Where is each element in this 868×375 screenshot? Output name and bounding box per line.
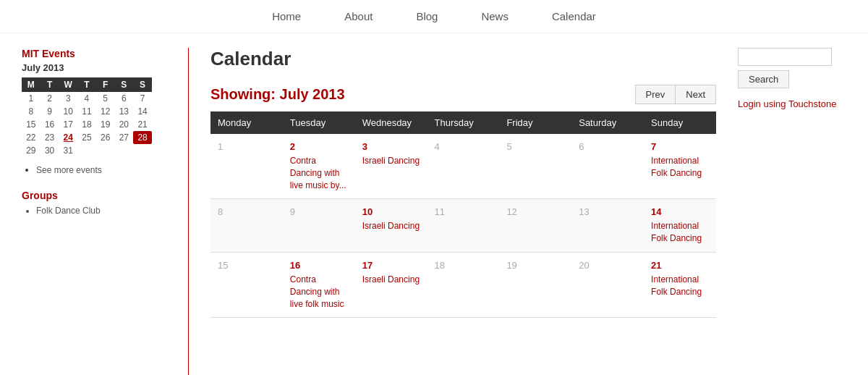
calendar-day: 4 xyxy=(427,134,500,199)
event-link[interactable]: Israeli Dancing xyxy=(362,220,420,232)
mini-cal-day xyxy=(77,144,96,157)
calendar-day: 15 xyxy=(210,252,283,317)
day-number: 13 xyxy=(579,206,637,217)
mini-cal-header: F xyxy=(96,77,115,92)
mini-cal-day[interactable]: 20 xyxy=(115,118,134,131)
see-more-link[interactable]: See more events xyxy=(36,165,102,175)
mini-cal-day[interactable]: 18 xyxy=(77,118,96,131)
see-more-list: See more events xyxy=(22,164,166,175)
nav-link-home[interactable]: Home xyxy=(272,10,301,22)
mini-cal-day[interactable]: 2 xyxy=(41,92,59,105)
calendar-day: 16Contra Dancing with live folk music xyxy=(283,252,355,317)
mini-cal-day[interactable]: 8 xyxy=(22,105,41,118)
mini-cal-day[interactable]: 7 xyxy=(133,92,152,105)
day-number: 7 xyxy=(651,141,709,152)
search-button[interactable]: Search xyxy=(738,70,789,88)
mini-cal-day[interactable]: 22 xyxy=(22,131,41,144)
mini-cal-day[interactable]: 23 xyxy=(41,131,59,144)
calendar-day: 18 xyxy=(427,252,500,317)
mini-cal-day[interactable]: 9 xyxy=(41,105,59,118)
cal-col-header: Monday xyxy=(210,111,283,134)
mini-cal-day[interactable]: 26 xyxy=(96,131,115,144)
day-number: 18 xyxy=(435,260,493,271)
day-number: 14 xyxy=(651,206,709,217)
mini-cal-day[interactable]: 15 xyxy=(22,118,41,131)
mini-cal-day[interactable]: 1 xyxy=(22,92,41,105)
nav-buttons: Prev Next xyxy=(635,85,716,104)
nav-link-news[interactable]: News xyxy=(481,10,509,22)
calendar-day: 3Israeli Dancing xyxy=(355,134,427,199)
mini-cal-day[interactable]: 6 xyxy=(115,92,134,105)
mini-cal-header: S xyxy=(133,77,152,92)
day-number: 17 xyxy=(362,260,420,271)
mini-cal-day[interactable]: 31 xyxy=(59,144,77,157)
calendar-day: 1 xyxy=(210,134,283,199)
mini-cal-header: W xyxy=(59,77,77,92)
event-link[interactable]: Israeli Dancing xyxy=(362,274,420,286)
groups-list: Folk Dance Club xyxy=(22,206,166,216)
mini-cal-day[interactable]: 16 xyxy=(41,118,59,131)
calendar-day: 9 xyxy=(283,199,355,253)
day-number: 5 xyxy=(506,141,564,152)
day-number: 1 xyxy=(218,141,276,152)
calendar-day: 7International Folk Dancing xyxy=(644,134,716,199)
day-number: 4 xyxy=(435,141,493,152)
mini-cal-day[interactable]: 21 xyxy=(133,118,152,131)
day-number: 3 xyxy=(362,141,420,152)
mini-cal-day[interactable]: 11 xyxy=(77,105,96,118)
calendar-day: 6 xyxy=(571,134,644,199)
calendar-day: 14International Folk Dancing xyxy=(644,199,716,253)
mini-cal-day[interactable]: 25 xyxy=(77,131,96,144)
table-row: 12Contra Dancing with live music by...3I… xyxy=(210,134,716,199)
mini-cal-day[interactable]: 14 xyxy=(133,105,152,118)
sidebar: MIT Events July 2013 MTWTFSS 12345678910… xyxy=(22,48,166,375)
calendar-day: 21International Folk Dancing xyxy=(644,252,716,317)
calendar-day: 10Israeli Dancing xyxy=(355,199,427,253)
event-link[interactable]: Contra Dancing with live folk music xyxy=(290,274,348,310)
mini-cal-day[interactable]: 27 xyxy=(115,131,134,144)
mini-cal-day[interactable]: 10 xyxy=(59,105,77,118)
mini-cal-day[interactable]: 24 xyxy=(59,131,77,144)
mini-cal-day[interactable]: 29 xyxy=(22,144,41,157)
event-link[interactable]: International Folk Dancing xyxy=(651,220,709,245)
mini-cal-header: T xyxy=(41,77,59,92)
event-link[interactable]: Israeli Dancing xyxy=(362,155,420,167)
event-link[interactable]: Contra Dancing with live music by... xyxy=(290,155,348,191)
mini-cal-day[interactable]: 5 xyxy=(96,92,115,105)
calendar-day: 13 xyxy=(571,199,644,253)
nav-link-blog[interactable]: Blog xyxy=(416,10,438,22)
group-item: Folk Dance Club xyxy=(36,206,166,216)
mini-cal-day xyxy=(96,144,115,157)
mini-cal-day[interactable]: 30 xyxy=(41,144,59,157)
mini-cal-header: M xyxy=(22,77,41,92)
login-link[interactable]: Login using Touchstone xyxy=(738,98,846,109)
sidebar-month: July 2013 xyxy=(22,62,166,73)
cal-col-header: Saturday xyxy=(571,111,644,134)
nav-link-about[interactable]: About xyxy=(344,10,373,22)
event-link[interactable]: International Folk Dancing xyxy=(651,155,709,180)
prev-button[interactable]: Prev xyxy=(635,85,676,104)
mini-cal-header: S xyxy=(115,77,134,92)
mini-cal-day[interactable]: 3 xyxy=(59,92,77,105)
table-row: 8910Israeli Dancing11121314International… xyxy=(210,199,716,253)
cal-col-header: Wednesday xyxy=(355,111,427,134)
groups-title: Groups xyxy=(22,190,166,201)
event-link[interactable]: International Folk Dancing xyxy=(651,274,709,298)
day-number: 6 xyxy=(579,141,637,152)
mini-cal-day[interactable]: 13 xyxy=(115,105,134,118)
mini-cal-day[interactable]: 12 xyxy=(96,105,115,118)
main-content: Calendar Showing: July 2013 Prev Next Mo… xyxy=(210,48,716,375)
mini-calendar: MTWTFSS 12345678910111213141516171819202… xyxy=(22,77,152,157)
mini-cal-day[interactable]: 28 xyxy=(133,131,152,144)
day-number: 10 xyxy=(362,206,420,217)
mini-cal-day[interactable]: 4 xyxy=(77,92,96,105)
calendar-day: 12 xyxy=(499,199,571,253)
next-button[interactable]: Next xyxy=(675,85,716,104)
search-input[interactable] xyxy=(738,48,832,66)
top-navigation: HomeAboutBlogNewsCalendar xyxy=(0,0,868,33)
day-number: 9 xyxy=(290,206,348,217)
day-number: 21 xyxy=(651,260,709,271)
mini-cal-day[interactable]: 17 xyxy=(59,118,77,131)
mini-cal-day[interactable]: 19 xyxy=(96,118,115,131)
nav-link-calendar[interactable]: Calendar xyxy=(552,10,596,22)
